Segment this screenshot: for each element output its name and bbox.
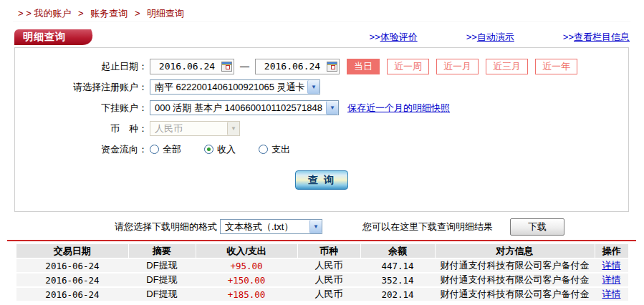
radio-label: 支出 bbox=[271, 143, 290, 156]
cell-date: 2016-06-24 bbox=[16, 258, 128, 273]
sub-account-label: 下挂账户： bbox=[15, 102, 148, 115]
column-header-counterparty: 对方信息 bbox=[435, 244, 595, 258]
download-button[interactable]: 下载 bbox=[510, 218, 564, 236]
download-row: 请您选择下载明细的格式 文本格式（.txt） ▼ 您可以在这里下载查询明细结果 … bbox=[115, 218, 644, 236]
cell-amount: +150.00 bbox=[196, 273, 297, 287]
sub-account-select[interactable]: 000 活期 基本户 1406600101102571848 ▼ bbox=[150, 100, 339, 115]
download-hint: 您可以在这里下载查询明细结果 bbox=[362, 221, 493, 233]
fund-flow-label: 资金流向： bbox=[15, 143, 148, 156]
currency-row: 币 种： 人民币 ▼ bbox=[15, 120, 628, 137]
breadcrumb-item-detail-query[interactable]: 明细查询 bbox=[147, 8, 184, 19]
cell-summary: DF提现 bbox=[128, 258, 196, 273]
detail-query-page: > > 我的账户 > 账务查询 > 明细查询 明细查询 >>体验评价 >>自动演… bbox=[0, 0, 644, 305]
breadcrumb-prefix: > > bbox=[18, 8, 32, 19]
period-button-today[interactable]: 当日 bbox=[347, 59, 380, 74]
cell-counterparty: 财付通支付科技有限公司客户备付金 bbox=[435, 287, 595, 301]
breadcrumb-separator: > bbox=[78, 8, 84, 19]
registered-account-row: 请选择注册账户： 南平 6222001406100921065 灵通卡 ▼ bbox=[15, 79, 628, 95]
query-button[interactable]: 查 询 bbox=[295, 170, 348, 190]
cell-counterparty: 财付通支付科技有限公司客户备付金 bbox=[435, 273, 595, 287]
cell-balance: 447.14 bbox=[360, 258, 435, 273]
download-format-label: 请您选择下载明细的格式 bbox=[115, 221, 217, 233]
cell-action: 详情 bbox=[595, 287, 628, 301]
radio-icon[interactable] bbox=[259, 145, 268, 154]
period-button-last-month[interactable]: 近一月 bbox=[436, 59, 479, 74]
cell-action: 详情 bbox=[595, 273, 628, 287]
radio-checked-icon[interactable] bbox=[204, 145, 213, 154]
table-row: 2016-06-24 DF提现 +95.00 人民币 447.14 财付通支付科… bbox=[16, 258, 628, 273]
page-title: 明细查询 bbox=[23, 31, 66, 44]
breadcrumb-item-account-query[interactable]: 账务查询 bbox=[90, 8, 128, 19]
link-auto-demo[interactable]: >>自动演示 bbox=[466, 31, 514, 44]
date-range-label: 起止日期： bbox=[15, 60, 148, 73]
start-date-value: 2016.06.24 bbox=[159, 61, 215, 72]
chevron-down-icon: ▼ bbox=[227, 122, 239, 135]
registered-account-select[interactable]: 南平 6222001406100921065 灵通卡 ▼ bbox=[150, 79, 320, 95]
sub-account-row: 下挂账户： 000 活期 基本户 1406600101102571848 ▼ 保… bbox=[15, 100, 628, 116]
detail-link[interactable]: 详情 bbox=[602, 274, 621, 285]
calendar-icon[interactable] bbox=[221, 62, 232, 72]
detail-link[interactable]: 详情 bbox=[602, 260, 621, 271]
cell-balance: 202.14 bbox=[360, 287, 435, 301]
column-header-currency: 币种 bbox=[297, 244, 360, 258]
cell-amount: +95.00 bbox=[196, 258, 297, 273]
calendar-icon[interactable] bbox=[327, 62, 337, 72]
save-monthly-snapshot-link[interactable]: 保存近一个月的明细快照 bbox=[347, 102, 450, 115]
end-date-input[interactable]: 2016.06.24 bbox=[255, 59, 340, 74]
period-button-last-week[interactable]: 近一周 bbox=[387, 59, 429, 74]
start-date-input[interactable]: 2016.06.24 bbox=[150, 59, 234, 74]
period-button-group: 当日 近一周 近一月 近三月 近一年 bbox=[347, 59, 577, 74]
currency-label: 币 种： bbox=[15, 122, 148, 135]
cell-currency: 人民币 bbox=[297, 258, 360, 273]
top-divider bbox=[13, 21, 630, 22]
fund-flow-row: 资金流向： 全部 收入 支出 bbox=[15, 141, 628, 158]
breadcrumb: > > 我的账户 > 账务查询 > 明细查询 bbox=[0, 0, 644, 21]
section-tab-detail-query: 明细查询 bbox=[14, 29, 77, 45]
table-header-row: 交易日期 摘要 收入/支出 币种 余额 对方信息 操作 bbox=[16, 244, 628, 258]
date-range-dash: — bbox=[240, 61, 249, 72]
cell-counterparty: 财付通支付科技有限公司客户备付金 bbox=[435, 258, 595, 273]
header-links: >>体验评价 >>自动演示 >>查看栏目信息 bbox=[369, 31, 630, 44]
radio-icon[interactable] bbox=[150, 145, 159, 154]
link-experience-review[interactable]: >>体验评价 bbox=[369, 31, 417, 44]
chevron-down-icon: ▼ bbox=[309, 220, 322, 233]
query-form: 起止日期： 2016.06.24 — 2016.06.24 当日 近一周 近一月… bbox=[14, 47, 629, 212]
cell-amount: +185.00 bbox=[196, 287, 297, 301]
period-button-last-3-months[interactable]: 近三月 bbox=[486, 59, 528, 74]
cell-date: 2016-06-24 bbox=[16, 287, 128, 301]
cell-currency: 人民币 bbox=[297, 287, 360, 301]
currency-value: 人民币 bbox=[150, 122, 227, 135]
column-header-action: 操作 bbox=[595, 244, 628, 258]
column-header-amount: 收入/支出 bbox=[196, 244, 297, 258]
column-header-date: 交易日期 bbox=[16, 244, 128, 258]
cell-currency: 人民币 bbox=[297, 273, 360, 287]
radio-option-all[interactable]: 全部 bbox=[150, 143, 181, 156]
download-format-select[interactable]: 文本格式（.txt） ▼ bbox=[220, 219, 322, 234]
radio-option-income[interactable]: 收入 bbox=[204, 143, 236, 156]
column-header-summary: 摘要 bbox=[128, 244, 196, 258]
column-header-balance: 余额 bbox=[360, 244, 435, 258]
cell-balance: 352.14 bbox=[360, 273, 435, 287]
radio-label: 全部 bbox=[163, 143, 181, 156]
transaction-table: 交易日期 摘要 收入/支出 币种 余额 对方信息 操作 2016-06-24 D… bbox=[16, 244, 628, 302]
radio-label: 收入 bbox=[217, 143, 236, 156]
header-band: 明细查询 >>体验评价 >>自动演示 >>查看栏目信息 bbox=[14, 29, 630, 45]
cell-date: 2016-06-24 bbox=[16, 273, 128, 287]
cell-summary: DF提现 bbox=[128, 273, 196, 287]
radio-option-expense[interactable]: 支出 bbox=[259, 143, 290, 156]
breadcrumb-separator: > bbox=[135, 8, 140, 19]
chevron-down-icon: ▼ bbox=[307, 80, 319, 94]
date-range-row: 起止日期： 2016.06.24 — 2016.06.24 当日 近一周 近一月… bbox=[15, 58, 628, 74]
cell-action: 详情 bbox=[595, 258, 628, 273]
period-button-last-year[interactable]: 近一年 bbox=[535, 59, 577, 74]
red-divider bbox=[7, 240, 636, 241]
breadcrumb-item-my-account[interactable]: 我的账户 bbox=[34, 8, 71, 19]
detail-link[interactable]: 详情 bbox=[602, 289, 621, 299]
registered-account-value: 南平 6222001406100921065 灵通卡 bbox=[150, 81, 307, 94]
table-row: 2016-06-24 DF提现 +150.00 人民币 352.14 财付通支付… bbox=[16, 273, 628, 287]
currency-select-disabled: 人民币 ▼ bbox=[150, 121, 240, 136]
registered-account-label: 请选择注册账户： bbox=[15, 81, 148, 94]
chevron-down-icon: ▼ bbox=[326, 101, 338, 115]
link-view-column-info[interactable]: >>查看栏目信息 bbox=[563, 31, 630, 44]
end-date-value: 2016.06.24 bbox=[264, 61, 320, 72]
